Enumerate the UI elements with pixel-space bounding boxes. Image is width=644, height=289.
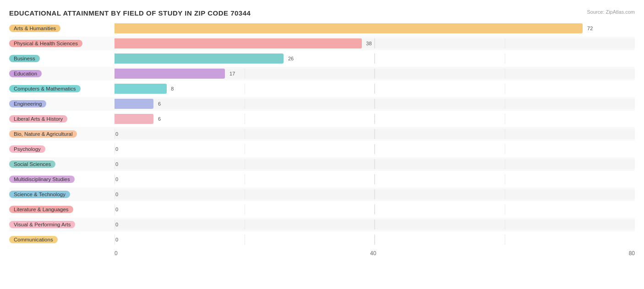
bar-value-label: 6 (156, 116, 161, 122)
bar-label: Computers & Mathematics (9, 85, 115, 92)
bar-label-pill: Engineering (9, 100, 46, 107)
bar-label: Multidisciplinary Studies (9, 176, 115, 183)
chart-area: Arts & Humanities72Physical & Health Sci… (9, 21, 635, 260)
bar-value-label: 0 (115, 222, 118, 227)
chart-source: Source: ZipAtlas.com (587, 9, 635, 15)
bar-fill (115, 38, 362, 48)
bar-row: Physical & Health Sciences38 (9, 37, 635, 50)
bar-track: 26 (115, 54, 635, 64)
bar-fill (115, 54, 284, 64)
bar-value-label: 0 (115, 161, 118, 167)
bar-label: Social Sciences (9, 161, 115, 168)
bar-fill (115, 69, 225, 79)
x-axis-label: 0 (115, 250, 118, 257)
bar-label: Science & Technology (9, 191, 115, 198)
bar-value-label: 0 (115, 146, 118, 152)
bar-track: 0 (115, 144, 635, 154)
bar-value-label: 0 (115, 177, 118, 182)
bar-label: Bio, Nature & Agricultural (9, 130, 115, 138)
bar-label-pill: Liberal Arts & History (9, 115, 67, 123)
bar-label: Psychology (9, 145, 115, 153)
bar-row: Business26 (9, 52, 635, 65)
bar-value-label: 0 (115, 207, 118, 212)
bar-row: Literature & Languages0 (9, 203, 635, 216)
bar-fill (115, 23, 583, 33)
bar-value-label: 8 (169, 86, 174, 91)
bar-track: 6 (115, 114, 635, 124)
bar-label-pill: Multidisciplinary Studies (9, 176, 75, 183)
bar-row: Social Sciences0 (9, 157, 635, 171)
bar-row: Arts & Humanities72 (9, 21, 635, 35)
bar-value-label: 17 (228, 71, 235, 76)
bar-row: Liberal Arts & History6 (9, 112, 635, 126)
bar-label-pill: Science & Technology (9, 191, 70, 198)
bar-track: 0 (115, 235, 635, 245)
bar-label: Business (9, 55, 115, 62)
bar-label-pill: Literature & Languages (9, 206, 73, 213)
bar-track: 6 (115, 99, 635, 109)
bar-value-label: 6 (156, 101, 161, 107)
bar-label-pill: Visual & Performing Arts (9, 221, 75, 228)
bar-row: Multidisciplinary Studies0 (9, 172, 635, 186)
bar-label: Arts & Humanities (9, 25, 115, 32)
bar-row: Psychology0 (9, 142, 635, 156)
bar-label-pill: Physical & Health Sciences (9, 40, 82, 47)
bar-row: Bio, Nature & Agricultural0 (9, 127, 635, 141)
bar-value-label: 38 (364, 41, 371, 46)
bar-label-pill: Computers & Mathematics (9, 85, 81, 92)
bar-track: 0 (115, 204, 635, 214)
bar-track: 0 (115, 129, 635, 139)
bar-row: Visual & Performing Arts0 (9, 218, 635, 231)
bar-value-label: 72 (585, 26, 593, 31)
bar-label: Physical & Health Sciences (9, 40, 115, 47)
bar-value-label: 26 (286, 56, 294, 61)
bar-track: 0 (115, 159, 635, 169)
bar-track: 0 (115, 174, 635, 184)
bar-label-pill: Education (9, 70, 42, 77)
bar-label: Literature & Languages (9, 206, 115, 213)
bar-label: Liberal Arts & History (9, 115, 115, 123)
bar-fill (115, 114, 153, 124)
bar-track: 38 (115, 38, 635, 48)
bar-label: Communications (9, 236, 115, 243)
bar-fill (115, 99, 153, 109)
bar-label-pill: Communications (9, 236, 58, 243)
bar-row: Engineering6 (9, 97, 635, 111)
bar-label-pill: Social Sciences (9, 161, 55, 168)
bar-label-pill: Psychology (9, 145, 45, 153)
bar-track: 0 (115, 219, 635, 230)
x-axis-label: 80 (629, 250, 635, 257)
chart-title: EDUCATIONAL ATTAINMENT BY FIELD OF STUDY… (9, 9, 635, 17)
bar-label: Education (9, 70, 115, 77)
bar-value-label: 0 (115, 131, 118, 137)
bar-label: Visual & Performing Arts (9, 221, 115, 228)
bar-row: Computers & Mathematics8 (9, 82, 635, 96)
bar-track: 72 (115, 23, 635, 33)
bar-fill (115, 84, 167, 94)
bars-section: Arts & Humanities72Physical & Health Sci… (9, 21, 635, 246)
bar-row: Science & Technology0 (9, 187, 635, 201)
chart-container: EDUCATIONAL ATTAINMENT BY FIELD OF STUDY… (0, 0, 644, 289)
bar-value-label: 0 (115, 237, 118, 242)
x-axis: 04080 (115, 246, 635, 260)
bar-value-label: 0 (115, 192, 118, 197)
bar-track: 0 (115, 189, 635, 199)
bar-track: 17 (115, 69, 635, 79)
bar-label-pill: Business (9, 55, 40, 62)
bar-label: Engineering (9, 100, 115, 107)
bar-row: Education17 (9, 67, 635, 80)
bar-label-pill: Bio, Nature & Agricultural (9, 130, 77, 138)
x-axis-label: 40 (370, 250, 376, 257)
bar-label-pill: Arts & Humanities (9, 25, 60, 32)
bar-track: 8 (115, 84, 635, 94)
bar-row: Communications0 (9, 233, 635, 246)
